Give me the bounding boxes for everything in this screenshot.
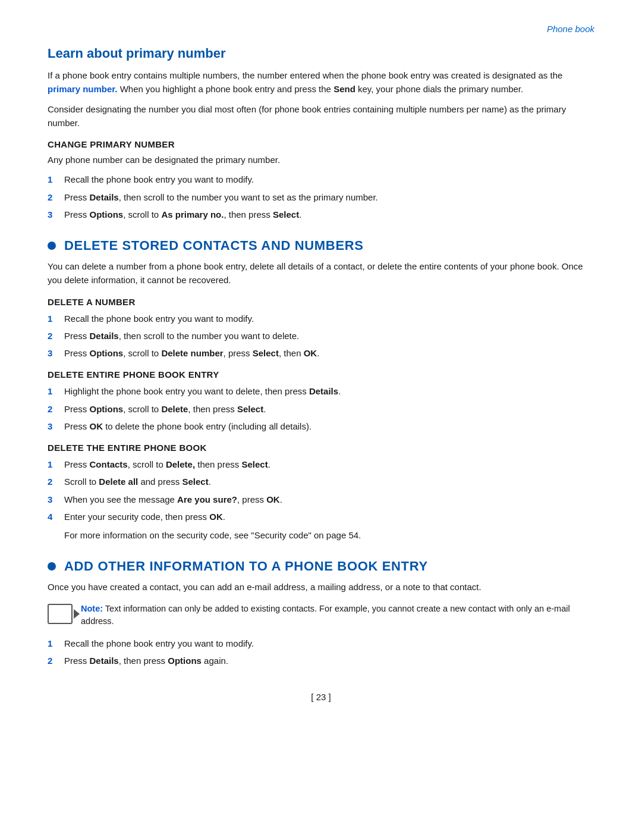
delete-number-header: DELETE A NUMBER xyxy=(48,297,594,307)
list-item: 2 Scroll to Delete all and press Select. xyxy=(48,475,594,488)
delete-entry-steps: 1 Highlight the phone book entry you wan… xyxy=(48,384,594,433)
note-icon xyxy=(48,604,73,624)
step-text: Press Details, then scroll to the number… xyxy=(64,329,594,343)
step-text: Recall the phone book entry you want to … xyxy=(64,312,594,325)
note-box: Note: Text information can only be added… xyxy=(48,603,594,629)
security-note-text: For more information on the security cod… xyxy=(64,528,594,542)
list-item: 3 Press OK to delete the phone book entr… xyxy=(48,419,594,433)
step-number: 1 xyxy=(48,384,64,398)
list-item: 4 Enter your security code, then press O… xyxy=(48,510,594,524)
list-item: 1 Recall the phone book entry you want t… xyxy=(48,637,594,650)
bullet-icon xyxy=(48,562,56,571)
list-item: 2 Press Options, scroll to Delete, then … xyxy=(48,402,594,416)
step-number: 2 xyxy=(48,190,64,204)
list-item: 1 Highlight the phone book entry you wan… xyxy=(48,384,594,398)
add-section-intro: Once you have created a contact, you can… xyxy=(48,580,594,594)
step-text: Highlight the phone book entry you want … xyxy=(64,384,594,398)
add-section-header: ADD OTHER INFORMATION TO A PHONE BOOK EN… xyxy=(48,559,594,574)
change-primary-steps: 1 Recall the phone book entry you want t… xyxy=(48,173,594,221)
step-text: Press Details, then scroll to the number… xyxy=(64,190,594,204)
learn-section-title: Learn about primary number xyxy=(48,46,594,61)
delete-section-header: DELETE STORED CONTACTS AND NUMBERS xyxy=(48,238,594,253)
list-item: 2 Press Details, then scroll to the numb… xyxy=(48,329,594,343)
delete-number-steps: 1 Recall the phone book entry you want t… xyxy=(48,312,594,361)
delete-section-title: DELETE STORED CONTACTS AND NUMBERS xyxy=(64,238,364,253)
change-primary-intro: Any phone number can be designated the p… xyxy=(48,153,594,167)
step-text: When you see the message Are you sure?, … xyxy=(64,493,594,506)
delete-entry-section: DELETE ENTIRE PHONE BOOK ENTRY 1 Highlig… xyxy=(48,369,594,433)
step-text: Press Options, scroll to Delete number, … xyxy=(64,346,594,360)
note-label: Note: xyxy=(81,604,103,613)
change-primary-section: CHANGE PRIMARY NUMBER Any phone number c… xyxy=(48,139,594,221)
step-text: Scroll to Delete all and press Select. xyxy=(64,475,594,488)
list-item: 3 When you see the message Are you sure?… xyxy=(48,493,594,506)
list-item: 3 Press Options, scroll to Delete number… xyxy=(48,346,594,360)
delete-phonebook-section: DELETE THE ENTIRE PHONE BOOK 1 Press Con… xyxy=(48,443,594,542)
step-number: 3 xyxy=(48,346,64,360)
step-number: 2 xyxy=(48,329,64,343)
step-number: 4 xyxy=(48,510,64,524)
list-item: 1 Recall the phone book entry you want t… xyxy=(48,312,594,325)
learn-para-2: Consider designating the number you dial… xyxy=(48,102,594,130)
list-item: 2 Press Details, then scroll to the numb… xyxy=(48,190,594,204)
step-text: Press Options, scroll to Delete, then pr… xyxy=(64,402,594,416)
page-number: [ 23 ] xyxy=(311,692,331,702)
page-header: Phone book xyxy=(48,24,594,34)
page-footer: [ 23 ] xyxy=(48,692,594,702)
step-number: 2 xyxy=(48,475,64,488)
step-text: Press Contacts, scroll to Delete, then p… xyxy=(64,457,594,471)
list-item: 1 Press Contacts, scroll to Delete, then… xyxy=(48,457,594,471)
note-text: Note: Text information can only be added… xyxy=(81,603,594,629)
step-number: 1 xyxy=(48,637,64,650)
step-number: 2 xyxy=(48,654,64,667)
learn-section: Learn about primary number If a phone bo… xyxy=(48,46,594,221)
bullet-icon xyxy=(48,242,56,250)
list-item: 3 Press Options, scroll to As primary no… xyxy=(48,208,594,221)
step-number: 1 xyxy=(48,312,64,325)
add-section-title: ADD OTHER INFORMATION TO A PHONE BOOK EN… xyxy=(64,559,428,574)
step-text: Press OK to delete the phone book entry … xyxy=(64,419,594,433)
step-number: 1 xyxy=(48,173,64,186)
learn-para-1: If a phone book entry contains multiple … xyxy=(48,68,594,96)
delete-section: DELETE STORED CONTACTS AND NUMBERS You c… xyxy=(48,238,594,542)
primary-number-highlight: primary number. xyxy=(48,84,118,94)
step-text: Press Details, then press Options again. xyxy=(64,654,594,667)
send-key-label: Send xyxy=(333,84,355,94)
step-number: 3 xyxy=(48,208,64,221)
section-label: Phone book xyxy=(547,24,594,34)
delete-number-section: DELETE A NUMBER 1 Recall the phone book … xyxy=(48,297,594,361)
delete-entry-header: DELETE ENTIRE PHONE BOOK ENTRY xyxy=(48,369,594,380)
step-text: Enter your security code, then press OK. xyxy=(64,510,594,524)
step-number: 3 xyxy=(48,419,64,433)
step-number: 2 xyxy=(48,402,64,416)
step-text: Recall the phone book entry you want to … xyxy=(64,637,594,650)
step-text: Recall the phone book entry you want to … xyxy=(64,173,594,186)
add-section: ADD OTHER INFORMATION TO A PHONE BOOK EN… xyxy=(48,559,594,667)
delete-section-intro: You can delete a number from a phone boo… xyxy=(48,259,594,287)
delete-phonebook-header: DELETE THE ENTIRE PHONE BOOK xyxy=(48,443,594,453)
list-item: 2 Press Details, then press Options agai… xyxy=(48,654,594,667)
step-number: 1 xyxy=(48,457,64,471)
step-text: Press Options, scroll to As primary no.,… xyxy=(64,208,594,221)
add-section-steps: 1 Recall the phone book entry you want t… xyxy=(48,637,594,668)
list-item: 1 Recall the phone book entry you want t… xyxy=(48,173,594,186)
note-body: Text information can only be added to ex… xyxy=(81,604,570,626)
step-number: 3 xyxy=(48,493,64,506)
change-primary-header: CHANGE PRIMARY NUMBER xyxy=(48,139,594,149)
delete-phonebook-steps: 1 Press Contacts, scroll to Delete, then… xyxy=(48,457,594,524)
